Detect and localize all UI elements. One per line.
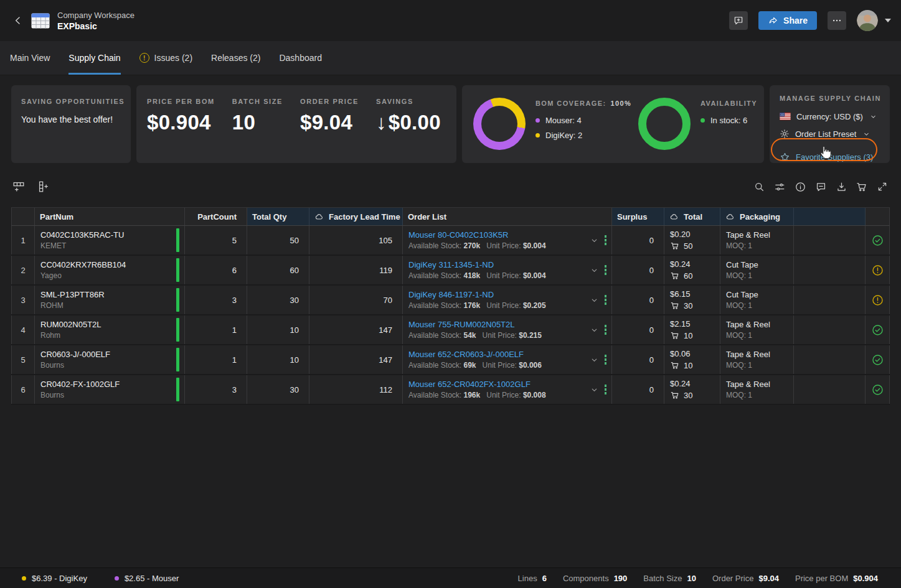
- row-number: 1: [11, 226, 35, 254]
- fullscreen-button[interactable]: [875, 178, 890, 195]
- table-row: 2CC0402KRX7R6BB104Yageo660119DigiKey 311…: [11, 256, 890, 286]
- tab-label: Issues (2): [154, 53, 192, 63]
- col-header-packaging[interactable]: Packaging: [720, 208, 794, 225]
- bom-metrics-card: PRICE PER BOM$0.904BATCH SIZE10ORDER PRI…: [136, 85, 456, 163]
- add-comment-button[interactable]: [729, 11, 748, 30]
- add-row-button[interactable]: [36, 178, 51, 195]
- total-qty-cell: 10: [247, 315, 309, 344]
- account-caret-icon[interactable]: [885, 19, 891, 22]
- col-header-order-list[interactable]: Order List: [403, 208, 612, 225]
- offer-expand-chevron-icon[interactable]: [590, 266, 598, 274]
- status-ok-icon: [871, 324, 884, 337]
- cart-icon: [670, 360, 680, 370]
- empty-cell: [794, 345, 866, 374]
- supplier-cost-2-65-mouser: $2.65 - Mouser: [115, 574, 179, 583]
- offer-menu-button[interactable]: [603, 383, 609, 396]
- status-cell: [866, 315, 890, 344]
- status-cell: [866, 345, 890, 374]
- back-button[interactable]: [10, 11, 26, 30]
- filter-settings-button[interactable]: [772, 178, 787, 195]
- unit-price-value: $0.205: [523, 301, 546, 310]
- total-qty-cell: 10: [247, 345, 309, 374]
- comments-button[interactable]: [813, 178, 828, 195]
- stock-value: 69k: [464, 361, 476, 370]
- currency-dropdown[interactable]: Currency: USD ($): [780, 109, 890, 124]
- lead-time-cell: 147: [309, 315, 403, 344]
- col-header-factory-lead-time[interactable]: Factory Lead Time: [309, 208, 403, 225]
- tab-main-view[interactable]: Main View: [10, 41, 50, 75]
- moq: MOQ: 1: [726, 241, 752, 250]
- offer-expand-chevron-icon[interactable]: [590, 386, 598, 394]
- moq: MOQ: 1: [726, 361, 752, 370]
- offer-stock-price: Available Stock: 176kUnit Price: $0.205: [408, 301, 588, 310]
- tab-releases-2[interactable]: Releases (2): [211, 41, 260, 75]
- offer-stock-price: Available Stock: 69kUnit Price: $0.006: [408, 361, 588, 370]
- tab-issues-2[interactable]: !Issues (2): [139, 41, 192, 75]
- supplier-part-link[interactable]: Mouser 652-CR0402FX-1002GLF: [408, 380, 588, 389]
- manufacturer: Rohm: [40, 331, 60, 340]
- supplier-part-link[interactable]: Mouser 80-C0402C103K5R: [408, 230, 588, 240]
- moq: MOQ: 1: [726, 331, 752, 340]
- offer-stock-price: Available Stock: 418kUnit Price: $0.004: [408, 271, 588, 280]
- col-header-total-qty[interactable]: Total Qty: [247, 208, 309, 225]
- offer-menu-button[interactable]: [603, 233, 609, 247]
- tab-dashboard[interactable]: Dashboard: [279, 41, 322, 75]
- supplier-part-link[interactable]: Mouser 755-RUM002N05T2L: [408, 320, 588, 329]
- stat-batch-size: Batch Size10: [643, 574, 696, 583]
- summary-cards: SAVING OPPORTUNITIES You have the best o…: [11, 85, 890, 163]
- moq: MOQ: 1: [726, 271, 752, 280]
- status-ok-icon: [871, 353, 884, 366]
- supplier-part-link[interactable]: DigiKey 846-1197-1-ND: [408, 290, 588, 299]
- gear-icon: [780, 129, 790, 139]
- chevron-down-icon: [870, 113, 877, 120]
- part-number: C0402C103K5RAC-TU: [40, 230, 124, 240]
- supplier-cost-legend: $6.39 - DigiKey$2.65 - Mouser: [22, 574, 179, 583]
- availability-bar: [176, 258, 179, 282]
- toolbar-right-group: [752, 178, 890, 195]
- offer-expand-chevron-icon[interactable]: [590, 326, 598, 334]
- offer-menu-button[interactable]: [603, 263, 609, 277]
- packaging-type: Tape & Reel: [726, 350, 770, 359]
- status-cell: [866, 286, 890, 314]
- user-avatar[interactable]: [857, 10, 878, 31]
- toolbar-left-group: [11, 178, 51, 195]
- order-list-preset-dropdown[interactable]: Order List Preset: [780, 126, 890, 141]
- row-number: 5: [11, 345, 35, 374]
- cart-icon: [670, 241, 680, 251]
- more-options-button[interactable]: [828, 11, 846, 30]
- offer-expand-chevron-icon[interactable]: [590, 356, 598, 364]
- down-arrow-icon: ↓: [376, 111, 387, 134]
- offer-expand-chevron-icon[interactable]: [590, 296, 598, 304]
- bom-coverage-value: 100%: [611, 100, 632, 107]
- favorite-suppliers-button[interactable]: Favorite Suppliers (3): [780, 149, 890, 164]
- share-button[interactable]: Share: [758, 11, 817, 30]
- search-button[interactable]: [752, 178, 767, 195]
- offer-menu-button[interactable]: [603, 353, 609, 366]
- availability-bar: [176, 288, 179, 312]
- supplier-part-link[interactable]: DigiKey 311-1345-1-ND: [408, 260, 588, 269]
- offer-stock-price: Available Stock: 196kUnit Price: $0.008: [408, 391, 588, 399]
- cart-button[interactable]: [854, 178, 869, 195]
- offer-menu-button[interactable]: [603, 293, 609, 307]
- manufacturer: Bourns: [40, 361, 64, 370]
- cart-icon: [670, 301, 680, 310]
- col-header-partcount[interactable]: PartCount: [185, 208, 247, 225]
- add-column-button[interactable]: [11, 178, 26, 195]
- packaging-cell: Cut TapeMOQ: 1: [720, 286, 794, 314]
- packaging-cell: Tape & ReelMOQ: 1: [720, 315, 794, 344]
- stat-price-per-bom: Price per BOM$0.904: [795, 574, 878, 583]
- supplier-part-link[interactable]: Mouser 652-CR0603-J/-000ELF: [408, 350, 588, 359]
- cloud-icon: [314, 212, 324, 222]
- offer-menu-button[interactable]: [603, 323, 609, 337]
- metric-value: 10: [232, 111, 283, 134]
- col-header-partnum[interactable]: PartNum: [35, 208, 185, 225]
- lead-time-cell: 105: [309, 226, 403, 254]
- offer-expand-chevron-icon[interactable]: [590, 236, 598, 245]
- tab-supply-chain[interactable]: Supply Chain: [68, 41, 120, 75]
- download-button[interactable]: [834, 178, 849, 195]
- info-button[interactable]: [793, 178, 808, 195]
- table-row: 1C0402C103K5RAC-TUKEMET550105Mouser 80-C…: [11, 226, 890, 256]
- workspace-grid-icon: [31, 13, 50, 29]
- col-header-total[interactable]: Total: [664, 208, 720, 225]
- col-header-surplus[interactable]: Surplus: [612, 208, 664, 225]
